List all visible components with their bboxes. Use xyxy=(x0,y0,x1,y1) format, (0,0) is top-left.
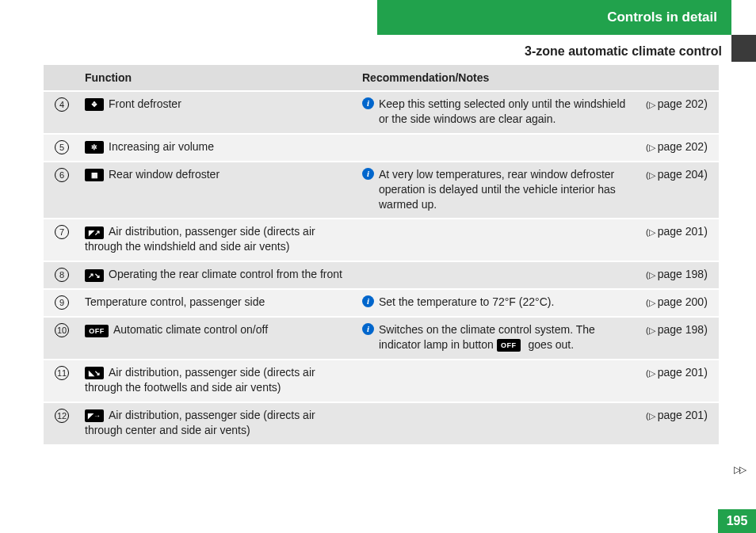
page-subtitle: 3-zone automatic climate control xyxy=(0,44,731,59)
air-dist-footwell-icon: ◣↘ xyxy=(85,367,104,379)
info-icon: i xyxy=(362,97,374,109)
function-text: Air distribution, passenger side (direct… xyxy=(85,225,315,253)
table-row: 9Temperature control, passenger sideiSet… xyxy=(44,289,719,317)
row-number-badge: 7 xyxy=(55,225,69,239)
continue-indicator: ▷▷ xyxy=(734,464,745,475)
page-reference: (▷ page 201) xyxy=(641,402,719,445)
recommendation-text: Switches on the climate control system. … xyxy=(379,322,631,352)
defrost-rear-icon: ▦ xyxy=(85,169,104,181)
recommendation-text: Set the temperature to 72°F (22°C). xyxy=(379,295,631,310)
table-row: 12◤→Air distribution, passenger side (di… xyxy=(44,402,719,445)
table-row: 5✲Increasing air volume(▷ page 202) xyxy=(44,134,719,162)
page-reference: (▷ page 201) xyxy=(641,360,719,402)
air-dist-windshield-icon: ◤↗ xyxy=(85,227,104,239)
section-tab: Controls in detail xyxy=(377,0,731,35)
function-text: Air distribution, passenger side (direct… xyxy=(85,409,315,436)
table-row: 11◣↘Air distribution, passenger side (di… xyxy=(44,360,719,402)
air-dist-center-icon: ◤→ xyxy=(85,409,104,422)
page-reference: (▷ page 201) xyxy=(641,219,719,261)
info-icon: i xyxy=(362,323,374,335)
table-row: 6▦Rear window defrosteriAt very low temp… xyxy=(44,162,719,219)
table-row: 8↗↘Operating the rear climate control fr… xyxy=(44,261,719,289)
page-reference: (▷ page 200) xyxy=(641,289,719,317)
page-reference: (▷ page 198) xyxy=(641,317,719,360)
row-number-badge: 11 xyxy=(55,366,69,380)
table-row: 7◤↗Air distribution, passenger side (dir… xyxy=(44,219,719,261)
row-number-badge: 4 xyxy=(55,97,69,112)
page-reference: (▷ page 202) xyxy=(641,134,719,162)
function-table: Function Recommendation/Notes 4❖Front de… xyxy=(44,65,719,446)
row-number-badge: 6 xyxy=(55,168,69,182)
row-number-badge: 8 xyxy=(55,268,69,282)
function-text: Air distribution, passenger side (direct… xyxy=(85,366,315,394)
off-icon: OFF xyxy=(497,339,521,352)
function-text: Operating the rear climate control from … xyxy=(109,268,342,280)
function-text: Automatic climate control on/off xyxy=(113,323,268,336)
row-number-badge: 10 xyxy=(55,323,69,337)
function-text: Temperature control, passenger side xyxy=(85,295,265,308)
recommendation-text: At very low temperatures, rear window de… xyxy=(379,167,631,212)
thumb-index-stub xyxy=(731,35,756,62)
page-reference: (▷ page 204) xyxy=(641,162,719,219)
col-recommendation: Recommendation/Notes xyxy=(357,65,641,91)
row-number-badge: 12 xyxy=(55,409,69,423)
function-text: Increasing air volume xyxy=(109,140,214,153)
function-text: Rear window defroster xyxy=(109,168,220,181)
page-number: 195 xyxy=(718,509,756,533)
page-reference: (▷ page 198) xyxy=(641,261,719,289)
col-function: Function xyxy=(80,65,357,91)
info-icon: i xyxy=(362,168,374,180)
page-reference: (▷ page 202) xyxy=(641,91,719,134)
table-header-row: Function Recommendation/Notes xyxy=(44,65,719,91)
row-number-badge: 5 xyxy=(55,140,69,154)
recommendation-text: Keep this setting selected only until th… xyxy=(379,97,631,127)
table-row: 10OFFAutomatic climate control on/offiSw… xyxy=(44,317,719,360)
fan-icon: ✲ xyxy=(85,141,104,154)
info-icon: i xyxy=(362,295,374,307)
off-icon: OFF xyxy=(85,325,109,337)
rear-from-front-icon: ↗↘ xyxy=(85,269,104,282)
function-text: Front defroster xyxy=(109,97,181,110)
table-row: 4❖Front defrosteriKeep this setting sele… xyxy=(44,91,719,134)
defrost-front-icon: ❖ xyxy=(85,98,104,111)
row-number-badge: 9 xyxy=(55,295,69,310)
